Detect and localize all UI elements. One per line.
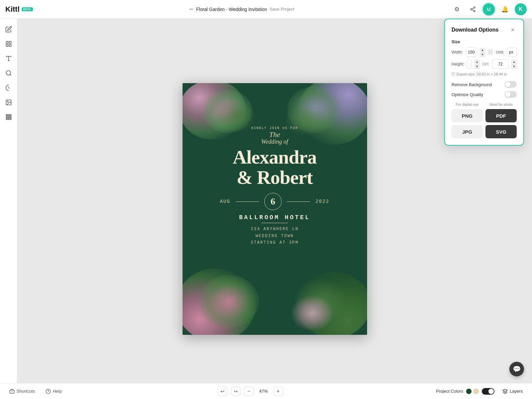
height-input[interactable] — [469, 62, 469, 66]
the-script: The — [269, 131, 280, 139]
svg-button[interactable]: SVG — [485, 125, 517, 138]
header-right: ⚙ U 🔔 K — [451, 3, 527, 15]
day-number: 6 — [271, 196, 275, 207]
sidebar-item-graphics[interactable] — [2, 81, 15, 94]
svg-rect-7 — [9, 45, 11, 47]
png-button[interactable]: PNG — [452, 109, 483, 122]
height-decrement[interactable]: ▼ — [474, 65, 480, 69]
project-title: Floral Garden - Wedding Invitation — [196, 7, 267, 12]
svg-rect-19 — [8, 116, 9, 117]
svg-point-14 — [7, 101, 8, 102]
export-hint: ⓘ Export size: 20.83 in × 28.44 in — [452, 71, 517, 76]
jpg-button[interactable]: JPG — [452, 125, 483, 138]
sidebar-item-search[interactable] — [2, 66, 15, 80]
size-section-title: Size — [452, 39, 517, 44]
venue-line — [261, 223, 288, 223]
toggle-knob — [488, 389, 494, 394]
optimize-label: Optimize Quality — [452, 92, 483, 97]
layers-button[interactable]: Layers — [500, 387, 525, 395]
dpi-decrement[interactable]: ▼ — [511, 65, 517, 69]
svg-rect-23 — [10, 118, 11, 119]
chat-bubble[interactable]: 💬 — [509, 362, 524, 376]
name1: Alexandra — [233, 147, 317, 168]
year-text: 2022 — [316, 199, 330, 204]
height-input-container — [467, 60, 472, 69]
user-avatar-k[interactable]: K — [515, 3, 527, 15]
svg-rect-17 — [10, 115, 11, 116]
name2: & Robert — [233, 168, 317, 188]
width-input[interactable] — [468, 50, 475, 55]
format-buttons: PNG PDF JPG SVG — [452, 109, 517, 138]
save-project-button[interactable]: Save Project — [270, 7, 294, 12]
dpi-input[interactable] — [492, 60, 509, 69]
svg-line-4 — [472, 8, 473, 9]
sidebar-item-grid[interactable] — [2, 110, 15, 124]
dark-mode-toggle[interactable] — [482, 388, 494, 395]
shortcuts-icon — [9, 389, 15, 394]
svg-rect-22 — [8, 118, 9, 119]
close-button[interactable]: × — [509, 26, 517, 34]
width-input-container — [466, 48, 477, 57]
width-spinner: ▲ ▼ — [480, 48, 485, 57]
beta-badge: BETA — [22, 7, 33, 11]
height-row: Height: ▲ ▼ DPI: ▲ ▼ — [452, 60, 517, 69]
zoom-level: 47% — [258, 389, 270, 394]
color-mode-toggle — [482, 388, 494, 395]
color-swatch-green[interactable] — [466, 388, 472, 394]
remove-bg-toggle[interactable] — [505, 81, 517, 88]
digital-header: For digital use — [452, 102, 483, 106]
optimize-toggle[interactable] — [505, 91, 517, 98]
unit-select[interactable]: px in cm — [507, 48, 517, 57]
width-label: Width: — [452, 50, 463, 55]
svg-rect-18 — [6, 116, 7, 117]
height-increment[interactable]: ▲ — [474, 60, 480, 64]
date-row: AUG 6 2022 — [220, 193, 330, 210]
zoom-in-button[interactable]: + — [274, 387, 283, 396]
svg-rect-5 — [6, 42, 8, 44]
sidebar-item-text[interactable] — [2, 52, 15, 65]
share-button[interactable] — [467, 3, 479, 15]
shortcuts-label: Shortcuts — [17, 389, 35, 394]
format-headers: For digital use Ideal for prints — [452, 102, 517, 106]
color-swatch-cream[interactable] — [473, 388, 479, 394]
venue-address: 234 ANYWHERE LN WEDDING TOWN STARTING AT… — [251, 226, 299, 246]
svg-point-0 — [473, 7, 475, 8]
pencil-icon: ✏ — [190, 7, 194, 12]
card-content: KINDLY JOIN US FOR The Wedding of Alexan… — [183, 83, 367, 246]
pdf-button[interactable]: PDF — [485, 109, 517, 122]
redo-button[interactable]: ↪ — [231, 387, 240, 396]
bottom-center: ↩ ↪ − 47% + — [218, 387, 283, 396]
dpi-increment[interactable]: ▲ — [511, 60, 517, 64]
date-line-left — [236, 201, 259, 202]
width-increment[interactable]: ▲ — [480, 48, 485, 52]
address-line1: 234 ANYWHERE LN — [251, 226, 299, 232]
width-decrement[interactable]: ▼ — [480, 53, 485, 57]
project-colors: Project Colors — [436, 388, 494, 395]
help-button[interactable]: Help — [43, 387, 65, 395]
zoom-out-button[interactable]: − — [244, 387, 254, 396]
link-icon: ⛓ — [488, 49, 493, 55]
bottom-bar: Shortcuts Help ↩ ↪ − 47% + Project Color… — [0, 383, 532, 399]
svg-rect-20 — [10, 116, 11, 117]
notification-button[interactable]: 🔔 — [499, 3, 511, 15]
optimize-knob — [505, 92, 511, 97]
svg-rect-8 — [6, 45, 8, 47]
svg-point-1 — [470, 8, 472, 10]
remove-bg-knob — [505, 82, 511, 87]
address-line2: WEDDING TOWN — [251, 233, 299, 239]
kindly-text: KINDLY JOIN US FOR — [251, 126, 298, 130]
sidebar-item-photo[interactable] — [2, 96, 15, 109]
user-avatar-active[interactable]: U — [483, 3, 495, 15]
bottom-right: Project Colors Layers — [436, 387, 525, 395]
svg-rect-21 — [6, 118, 7, 119]
svg-rect-16 — [8, 115, 9, 116]
undo-button[interactable]: ↩ — [218, 387, 227, 396]
svg-rect-15 — [6, 115, 7, 116]
optimize-row: Optimize Quality — [452, 91, 517, 98]
settings-button[interactable]: ⚙ — [451, 3, 463, 15]
svg-rect-6 — [9, 42, 11, 44]
wedding-of: Wedding of — [261, 139, 288, 145]
sidebar-item-edit[interactable] — [2, 23, 15, 36]
shortcuts-button[interactable]: Shortcuts — [7, 387, 38, 395]
sidebar-item-templates[interactable] — [2, 37, 15, 51]
